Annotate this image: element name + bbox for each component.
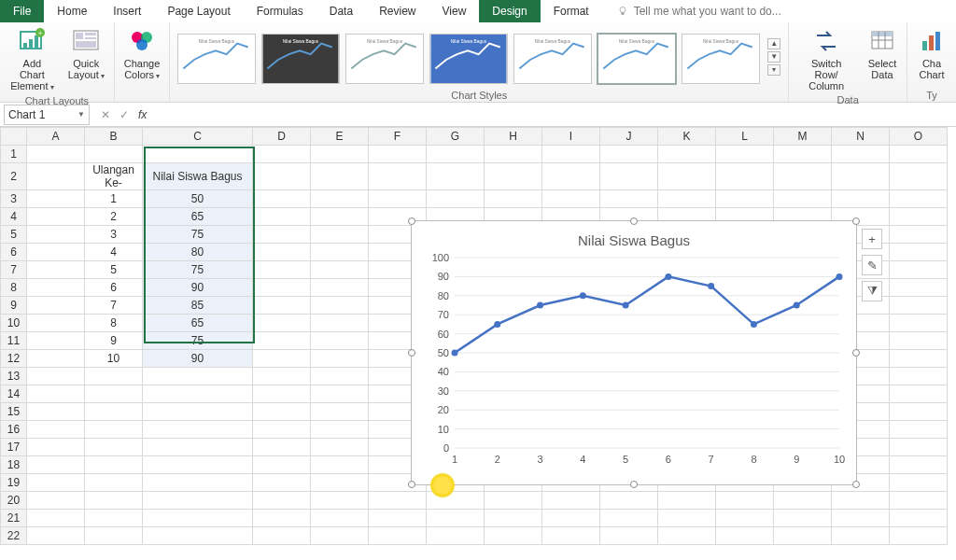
cell-H22[interactable] [485, 527, 542, 545]
cell-A18[interactable] [27, 456, 85, 474]
cell-F2[interactable] [369, 163, 427, 190]
chart-style-thumb[interactable]: Nilai Siswa Bagus [682, 34, 760, 84]
cell-O4[interactable] [890, 208, 948, 226]
cell-J20[interactable] [600, 492, 658, 510]
row-header-8[interactable]: 8 [1, 279, 27, 297]
row-header-4[interactable]: 4 [1, 208, 27, 226]
cell-O6[interactable] [890, 244, 948, 261]
cell-M3[interactable] [774, 190, 832, 208]
name-box[interactable]: Chart 1 ▼ [4, 105, 90, 125]
cell-M22[interactable] [774, 527, 832, 545]
resize-handle[interactable] [630, 481, 638, 488]
add-chart-element-button[interactable]: + Add ChartElement [6, 24, 59, 94]
cell-C16[interactable] [143, 421, 253, 439]
row-header-16[interactable]: 16 [1, 421, 27, 439]
cell-L2[interactable] [716, 163, 774, 190]
cell-D10[interactable] [253, 315, 311, 332]
row-header-2[interactable]: 2 [1, 163, 27, 190]
row-header-12[interactable]: 12 [1, 350, 27, 368]
cell-C17[interactable] [143, 439, 253, 456]
cell-O16[interactable] [890, 421, 948, 439]
cell-H3[interactable] [485, 190, 542, 208]
tab-page-layout[interactable]: Page Layout [154, 0, 243, 22]
cell-F3[interactable] [369, 190, 427, 208]
cell-C10[interactable]: 65 [143, 315, 253, 332]
gallery-more-icon[interactable]: ▾ [767, 64, 780, 76]
cell-D13[interactable] [253, 368, 311, 385]
cell-B11[interactable]: 9 [85, 332, 143, 350]
cell-E21[interactable] [311, 510, 369, 527]
cell-B5[interactable]: 3 [85, 226, 143, 244]
cell-M21[interactable] [774, 510, 832, 527]
cell-O13[interactable] [890, 368, 948, 385]
chart-data-point[interactable] [794, 302, 800, 309]
cell-D14[interactable] [253, 385, 311, 403]
resize-handle[interactable] [408, 349, 415, 357]
cell-B13[interactable] [85, 368, 143, 385]
col-header-E[interactable]: E [311, 128, 369, 146]
cell-N1[interactable] [832, 146, 890, 163]
row-header-19[interactable]: 19 [1, 474, 27, 492]
cell-E4[interactable] [311, 208, 369, 226]
cell-J21[interactable] [600, 510, 658, 527]
cell-O1[interactable] [890, 146, 948, 163]
cell-I20[interactable] [542, 492, 600, 510]
cell-D8[interactable] [253, 279, 311, 297]
tab-insert[interactable]: Insert [100, 0, 154, 22]
cell-C12[interactable]: 90 [143, 350, 253, 368]
cell-B7[interactable]: 5 [85, 261, 143, 279]
col-header-C[interactable]: C [143, 128, 253, 146]
cell-D12[interactable] [253, 350, 311, 368]
cell-O21[interactable] [890, 510, 948, 527]
cell-A8[interactable] [27, 279, 85, 297]
tab-design[interactable]: Design [479, 0, 540, 22]
cell-C2[interactable]: Nilai Siswa Bagus [143, 163, 253, 190]
cell-G22[interactable] [427, 527, 485, 545]
cell-A12[interactable] [27, 350, 85, 368]
cancel-icon[interactable]: ✕ [101, 108, 110, 121]
cell-C20[interactable] [143, 492, 253, 510]
cell-C19[interactable] [143, 474, 253, 492]
cell-E17[interactable] [311, 439, 369, 456]
col-header-H[interactable]: H [485, 128, 542, 146]
cell-E11[interactable] [311, 332, 369, 350]
cell-B10[interactable]: 8 [85, 315, 143, 332]
cell-E5[interactable] [311, 226, 369, 244]
cell-F1[interactable] [369, 146, 427, 163]
row-header-18[interactable]: 18 [1, 456, 27, 474]
cell-E15[interactable] [311, 403, 369, 421]
col-header-A[interactable]: A [27, 128, 85, 146]
cell-E20[interactable] [311, 492, 369, 510]
resize-handle[interactable] [630, 217, 638, 225]
cell-A10[interactable] [27, 315, 85, 332]
cell-D1[interactable] [253, 146, 311, 163]
cell-E8[interactable] [311, 279, 369, 297]
cell-K21[interactable] [658, 510, 716, 527]
row-header-17[interactable]: 17 [1, 439, 27, 456]
cell-L3[interactable] [716, 190, 774, 208]
chart-styles-button[interactable]: ✎ [862, 255, 882, 275]
cell-J1[interactable] [600, 146, 658, 163]
cell-H21[interactable] [485, 510, 542, 527]
cell-N2[interactable] [832, 163, 890, 190]
cell-H20[interactable] [485, 492, 542, 510]
cell-K22[interactable] [658, 527, 716, 545]
cell-C11[interactable]: 75 [143, 332, 253, 350]
cell-A3[interactable] [27, 190, 85, 208]
cell-G1[interactable] [427, 146, 485, 163]
chart-style-thumb[interactable]: Nilai Siswa Bagus [345, 34, 424, 84]
cell-B16[interactable] [85, 421, 143, 439]
tab-data[interactable]: Data [316, 0, 366, 22]
chart-style-thumb[interactable]: Nilai Siswa Bagus [261, 34, 340, 84]
fx-icon[interactable]: fx [138, 108, 147, 121]
worksheet-area[interactable]: ABCDEFGHIJKLMNO12Ulangan Ke-Nilai Siswa … [0, 127, 956, 560]
tab-home[interactable]: Home [44, 0, 100, 22]
cell-D3[interactable] [253, 190, 311, 208]
row-header-9[interactable]: 9 [1, 297, 27, 315]
gallery-up-icon[interactable]: ▲ [767, 38, 780, 49]
chart-style-thumb[interactable]: Nilai Siswa Bagus [513, 34, 592, 84]
col-header-L[interactable]: L [716, 128, 774, 146]
cell-O9[interactable] [890, 297, 948, 315]
cell-B14[interactable] [85, 385, 143, 403]
cell-O18[interactable] [890, 456, 948, 474]
